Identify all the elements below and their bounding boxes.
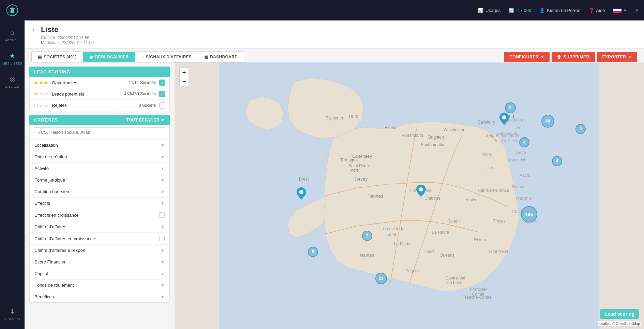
sidebar-item-mes-listes[interactable]: ★ MES LISTES xyxy=(0,47,25,70)
filter-capital[interactable]: Capital ▼ xyxy=(30,268,169,280)
no-entry-icon: ⊘ xyxy=(34,102,38,109)
filter-label-effectifs: Effectifs xyxy=(34,201,161,206)
app-logo[interactable] xyxy=(5,3,19,17)
filter-localisation[interactable]: Localisation ▼ xyxy=(30,140,169,151)
svg-text:Centre-Val: Centre-Val xyxy=(445,276,465,281)
map-pin-normandie[interactable] xyxy=(416,185,426,198)
map-controls: + − xyxy=(179,67,189,86)
zoom-in-button[interactable]: + xyxy=(179,67,189,77)
main-split: LEAD SCORING ★ ★ ★ Opportunités 11/11 So… xyxy=(25,62,644,329)
map-attribution: Leaflet | © OpenStreetMap xyxy=(598,321,641,326)
filter-effectifs-croissance[interactable]: Effectifs en croissance xyxy=(30,209,169,221)
flag-icon xyxy=(613,8,621,13)
tab-dashboard-label: DASHBOARD xyxy=(210,55,238,59)
filter-chiffre-affaires-export[interactable]: Chiffre d'affaires à l'export ▼ xyxy=(30,245,169,256)
filter-date-creation[interactable]: Date de création ▼ xyxy=(30,151,169,163)
cluster-value: 40 xyxy=(545,118,550,124)
page-title: Liste xyxy=(41,25,58,34)
filter-score-financier[interactable]: Score Financier ▼ xyxy=(30,256,169,268)
navbar-usages[interactable]: 📊 Usages xyxy=(478,8,500,13)
check-ca-croissance[interactable] xyxy=(159,236,165,241)
navbar-close-button[interactable]: × xyxy=(635,7,639,14)
check-opportunites[interactable]: ✓ xyxy=(159,80,165,86)
svg-text:Winchester: Winchester xyxy=(444,127,464,132)
sidebar-item-accueil[interactable]: ⌂ ACCUEIL xyxy=(0,24,25,47)
star3: ★ xyxy=(44,80,48,85)
cluster-lille[interactable]: 40 xyxy=(541,115,554,128)
check-rejetes[interactable] xyxy=(159,102,165,109)
configure-chevron: ▼ xyxy=(541,55,544,59)
check-leads[interactable]: ✓ xyxy=(159,91,165,97)
star2: ★ xyxy=(39,91,43,97)
tab-societes[interactable]: ▤ SOCIÉTÉS (491) xyxy=(32,52,83,62)
svg-text:Brest: Brest xyxy=(299,177,309,182)
filter-activite[interactable]: Activité ▼ xyxy=(30,163,169,174)
navbar-language[interactable]: ▼ xyxy=(613,8,627,13)
cluster-right1[interactable]: 3 xyxy=(575,124,586,134)
credits-icon: 🔄 xyxy=(509,8,514,13)
navbar-user[interactable]: 👤 Kieran Le Perron xyxy=(539,8,580,13)
configure-button[interactable]: CONFIGURER ▼ xyxy=(504,52,550,62)
filter-cotation-boursiere[interactable]: Cotation boursière ▼ xyxy=(30,186,169,198)
map-container[interactable]: Bretagne Plymouth Brest Rennes Pays-de-l… xyxy=(175,62,644,329)
tab-dashboard[interactable]: ▦ DASHBOARD xyxy=(198,52,244,62)
cluster-brest[interactable]: 5 xyxy=(308,247,318,257)
filter-forme-juridique[interactable]: Forme juridique ▼ xyxy=(30,174,169,186)
cluster-value: 5 xyxy=(312,249,314,254)
filter-label-effectifs-croissance: Effectifs en croissance xyxy=(34,213,159,218)
cluster-dunkerque[interactable]: 3 xyxy=(505,102,516,113)
cluster-paris[interactable]: 196 xyxy=(521,206,537,223)
export-button[interactable]: EXPORTER ▼ xyxy=(597,52,637,62)
sidebar-item-ciblage[interactable]: ◎ CIBLAGE xyxy=(0,70,25,93)
cluster-hauts-france[interactable]: 4 xyxy=(519,137,529,147)
label-rejetes: Rejetés xyxy=(52,103,139,108)
filter-chiffre-affaires[interactable]: Chiffre d'affaires ▼ xyxy=(30,221,169,233)
page-created: Créée le 22/02/2017 11:56 xyxy=(41,35,637,40)
navbar-right: 📊 Usages 🔄 -17 000 👤 Kieran Le Perron ❓ … xyxy=(478,7,639,14)
navbar-credits[interactable]: 🔄 -17 000 xyxy=(509,8,531,13)
filter-label-cotation-boursiere: Cotation boursière xyxy=(34,189,161,194)
clear-all-button[interactable]: Tout effacer ▼ xyxy=(126,118,165,123)
configure-label: CONFIGURER xyxy=(509,55,539,59)
delete-button[interactable]: 🗑 SUPPRIMER xyxy=(552,52,595,62)
delete-icon: 🗑 xyxy=(557,55,561,59)
star-empty1: ★ xyxy=(39,103,43,108)
svg-point-55 xyxy=(419,187,423,191)
sidebar: ⌂ ACCUEIL ★ MES LISTES ◎ CIBLAGE ⬇ FICHI… xyxy=(0,20,25,329)
filter-benefices[interactable]: Bénéfices ▼ xyxy=(30,291,169,302)
tab-signaux[interactable]: ≡ SIGNAUX D'AFFAIRES xyxy=(135,52,198,62)
chevron-right-icon: ▼ xyxy=(161,248,165,253)
svg-text:Orléans: Orléans xyxy=(440,253,454,258)
chevron-right-icon: ▼ xyxy=(161,271,165,276)
export-label: EXPORTER xyxy=(602,55,626,59)
svg-text:Southampton: Southampton xyxy=(421,142,446,147)
filter-effectifs[interactable]: Effectifs ▼ xyxy=(30,198,169,209)
search-input[interactable] xyxy=(34,127,165,137)
filter-label-capital: Capital xyxy=(34,271,161,276)
sidebar-label-ciblage: CIBLAGE xyxy=(5,85,20,88)
svg-text:Troyes: Troyes xyxy=(493,219,506,224)
lead-scoring-badge: Lead scoring xyxy=(600,309,639,319)
check-effectifs-croissance[interactable] xyxy=(159,212,165,218)
back-button[interactable]: ← xyxy=(31,26,38,33)
export-chevron: ▼ xyxy=(628,55,632,59)
navbar-help[interactable]: ❓ Aide xyxy=(589,8,605,13)
page-header: ← Liste Créée le 22/02/2017 11:56 Modifi… xyxy=(25,20,644,49)
map-pin-cornwall[interactable] xyxy=(297,187,306,201)
cluster-right2[interactable]: 4 xyxy=(552,156,562,166)
sidebar-label-fichiers: FICHIERS xyxy=(4,317,20,321)
cluster-value: 3 xyxy=(509,105,511,110)
zoom-out-button[interactable]: − xyxy=(179,77,189,86)
filter-fonds-roulement[interactable]: Fonds de roulement ▼ xyxy=(30,280,169,291)
tab-signaux-label: SIGNAUX D'AFFAIRES xyxy=(146,55,192,59)
filter-chiffre-affaires-croissance[interactable]: Chiffre d'affaires en croissance xyxy=(30,233,169,245)
sidebar-item-fichiers[interactable]: ⬇ FICHIERS xyxy=(0,302,25,326)
cluster-rennes[interactable]: 7 xyxy=(362,231,372,241)
tab-geolocaliser[interactable]: ◉ GÉOLOCALISER xyxy=(83,52,135,62)
map-pin-lille[interactable] xyxy=(499,113,509,126)
cluster-value: 4 xyxy=(556,159,558,163)
svg-text:Jersey: Jersey xyxy=(354,176,368,182)
cluster-nantes[interactable]: 21 xyxy=(375,273,387,284)
dashboard-icon: ▦ xyxy=(204,55,208,59)
svg-text:Nantes: Nantes xyxy=(360,253,374,258)
